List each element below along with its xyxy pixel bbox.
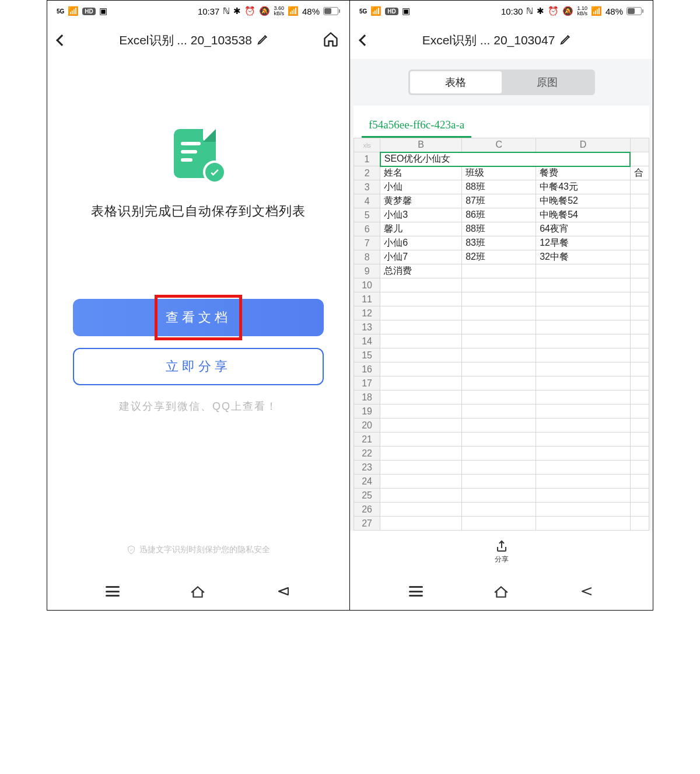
cell[interactable]: 32中餐 [536, 250, 630, 264]
cell[interactable] [380, 348, 462, 362]
row-header[interactable]: 22 [354, 447, 380, 461]
cell[interactable] [462, 306, 536, 320]
cell[interactable] [630, 503, 649, 517]
grid[interactable]: xls B C D 1SEO优化小仙女2姓名班级餐费合3小仙88班中餐43元4黄… [354, 138, 649, 531]
cell[interactable] [536, 264, 630, 278]
row-header[interactable]: 1 [354, 152, 380, 166]
cell[interactable] [380, 306, 462, 320]
row-header[interactable]: 11 [354, 292, 380, 306]
cell[interactable] [630, 461, 649, 475]
cell[interactable] [462, 461, 536, 475]
row-header[interactable]: 9 [354, 264, 380, 278]
row-header[interactable]: 3 [354, 180, 380, 194]
row-header[interactable]: 13 [354, 320, 380, 334]
cell[interactable] [630, 278, 649, 292]
cell[interactable] [380, 433, 462, 447]
cell[interactable]: 小仙3 [380, 208, 462, 222]
cell[interactable] [536, 334, 630, 348]
cell[interactable] [462, 376, 536, 391]
cell[interactable] [462, 489, 536, 503]
cell[interactable] [380, 376, 462, 391]
cell[interactable] [462, 334, 536, 348]
row-header[interactable]: 24 [354, 475, 380, 489]
cell[interactable] [630, 334, 649, 348]
cell[interactable]: 88班 [462, 180, 536, 194]
cell[interactable] [462, 475, 536, 489]
cell[interactable] [536, 461, 630, 475]
cell[interactable]: 88班 [462, 222, 536, 236]
cell[interactable] [380, 334, 462, 348]
cell[interactable] [630, 320, 649, 334]
cell[interactable]: 64夜宵 [536, 222, 630, 236]
row-header[interactable]: 6 [354, 222, 380, 236]
cell[interactable]: 合 [630, 166, 649, 180]
cell[interactable] [462, 517, 536, 531]
cell[interactable] [630, 362, 649, 376]
cell[interactable]: 82班 [462, 250, 536, 264]
row-header[interactable]: 10 [354, 278, 380, 292]
cell[interactable] [630, 447, 649, 461]
row-header[interactable]: 27 [354, 517, 380, 531]
row-header[interactable]: 18 [354, 391, 380, 405]
tab-original-image[interactable]: 原图 [502, 71, 593, 93]
cell[interactable] [380, 419, 462, 433]
cell[interactable] [630, 391, 649, 405]
row-header[interactable]: 23 [354, 461, 380, 475]
row-header[interactable]: 5 [354, 208, 380, 222]
tab-table[interactable]: 表格 [410, 71, 502, 93]
row-header[interactable]: 2 [354, 166, 380, 180]
cell[interactable] [380, 475, 462, 489]
row-header[interactable]: 19 [354, 405, 380, 419]
cell[interactable] [630, 180, 649, 194]
cell[interactable]: 中晚餐54 [536, 208, 630, 222]
cell[interactable] [630, 222, 649, 236]
cell[interactable] [536, 419, 630, 433]
cell[interactable]: 小仙 [380, 180, 462, 194]
cell[interactable] [462, 292, 536, 306]
home-icon[interactable] [323, 31, 339, 50]
cell[interactable] [536, 475, 630, 489]
col-header[interactable]: B [380, 138, 462, 152]
cell[interactable] [380, 517, 462, 531]
cell[interactable] [630, 433, 649, 447]
share-now-button[interactable]: 立即分享 [73, 348, 324, 385]
cell[interactable] [630, 489, 649, 503]
sheet-tab[interactable]: f54a56ee-ff6c-423a-a [362, 116, 471, 138]
cell[interactable]: 12早餐 [536, 236, 630, 250]
cell[interactable] [536, 391, 630, 405]
cell[interactable] [380, 503, 462, 517]
cell[interactable] [462, 405, 536, 419]
cell[interactable] [462, 362, 536, 376]
cell[interactable] [630, 194, 649, 208]
edit-icon[interactable] [257, 33, 270, 48]
row-header[interactable]: 16 [354, 362, 380, 376]
cell[interactable] [462, 278, 536, 292]
cell[interactable] [536, 503, 630, 517]
cell[interactable]: 86班 [462, 208, 536, 222]
cell[interactable]: 班级 [462, 166, 536, 180]
row-header[interactable]: 14 [354, 334, 380, 348]
row-header[interactable]: 4 [354, 194, 380, 208]
cell[interactable] [536, 320, 630, 334]
cell[interactable] [536, 292, 630, 306]
cell[interactable] [630, 208, 649, 222]
cell[interactable] [630, 236, 649, 250]
row-header[interactable]: 17 [354, 376, 380, 391]
cell[interactable] [536, 489, 630, 503]
cell[interactable] [536, 306, 630, 320]
cell[interactable]: 餐费 [536, 166, 630, 180]
row-header[interactable]: 12 [354, 306, 380, 320]
cell[interactable] [380, 405, 462, 419]
cell[interactable]: 总消费 [380, 264, 462, 278]
cell[interactable] [462, 348, 536, 362]
cell[interactable] [536, 348, 630, 362]
cell[interactable] [462, 503, 536, 517]
cell[interactable] [630, 517, 649, 531]
cell[interactable] [462, 264, 536, 278]
row-header[interactable]: 21 [354, 433, 380, 447]
back-button-icon[interactable] [579, 584, 594, 598]
row-header[interactable]: 20 [354, 419, 380, 433]
cell[interactable] [380, 447, 462, 461]
row-header[interactable]: 15 [354, 348, 380, 362]
recent-apps-icon[interactable] [409, 586, 423, 597]
